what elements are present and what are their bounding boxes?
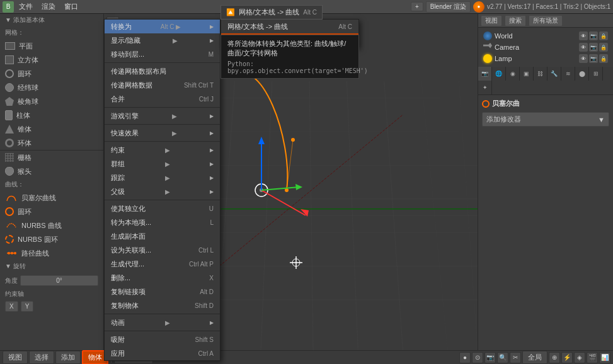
add-modifier-btn[interactable]: 添加修改器 ▼ (482, 112, 609, 127)
sidebar-item-curve-circle[interactable]: 圆环 (0, 205, 103, 219)
lamp-eye-btn[interactable]: 👁 (579, 54, 588, 63)
menu-item-duplicate[interactable]: 复制物体 Shift D (105, 299, 220, 312)
menu-item-make-local[interactable]: 转为本地项... L (105, 215, 220, 229)
menu-item-transfer-data[interactable]: 传递网格数据 Shift Ctrl T (105, 78, 220, 92)
props-tab-object[interactable]: ▣ (520, 67, 534, 81)
sidebar-item-uvsphere[interactable]: 经纬球 (0, 81, 103, 94)
bottom-icon-8[interactable]: ◈ (574, 352, 585, 363)
menu-item-snap[interactable]: 吸附 Shift S (105, 333, 220, 346)
menu-item-delete[interactable]: 删除... X (105, 271, 220, 285)
props-tab-material[interactable]: ⬤ (575, 67, 589, 81)
props-content: 贝塞尔曲 添加修改器 ▼ (478, 95, 613, 350)
world-icon (483, 31, 492, 40)
scene-item-lamp[interactable]: Lamp 👁 📷 🔒 (481, 53, 610, 64)
props-tabs: 📷 🌐 ◉ ▣ ⛓ 🔧 ≋ ⬤ ⊞ ✦ (478, 67, 613, 95)
add-window-btn[interactable]: + (411, 2, 423, 11)
bottom-icon-4[interactable]: 🔍 (497, 352, 508, 363)
sidebar-item-circle[interactable]: 圆环 (0, 67, 103, 81)
world-render-btn[interactable]: 📷 (589, 31, 598, 40)
sidebar-item-torus[interactable]: 环体 (0, 136, 103, 150)
add-basic-title: ▼ 添加基本体 (0, 14, 103, 26)
context-menu: 转换为 Alt C ▶ 显示/隐藏 ▶ 移动到层... M 传递网格数据布局 传… (104, 19, 221, 361)
menu-item-quick-effects[interactable]: 快速效果 ▶ (105, 126, 220, 140)
menu-item-convert[interactable]: 转换为 Alt C ▶ (105, 20, 220, 33)
convert-to-curve[interactable]: 网格/文本线 -> 曲线 Alt C (221, 20, 358, 33)
menu-item-make-single-user[interactable]: 使其独立化 U (105, 202, 220, 215)
camera-render-btn[interactable]: 📷 (589, 43, 598, 52)
bottom-icon-10[interactable]: 📊 (599, 352, 610, 363)
bottom-icon-5[interactable]: ✂ (510, 352, 521, 363)
scene-item-world[interactable]: World 👁 📷 🔒 (481, 30, 610, 42)
sidebar-item-monkey[interactable]: 猴头 (0, 164, 103, 178)
sidebar-item-bezier[interactable]: 贝塞尔曲线 (0, 191, 103, 205)
lamp-lock-btn[interactable]: 🔒 (599, 54, 608, 63)
sidebar-item-icosphere[interactable]: 棱角球 (0, 94, 103, 108)
bottom-icon-3[interactable]: 📷 (484, 352, 496, 363)
menu-separator-1 (105, 62, 220, 63)
sidebar-item-grid[interactable]: 栅格 (0, 151, 103, 164)
bottom-icon-9[interactable]: 🎬 (587, 352, 598, 363)
menu-file[interactable]: 文件 (15, 1, 37, 13)
bottom-global-btn[interactable]: 全局 (522, 351, 547, 364)
bottom-view-btn[interactable]: 视图 (3, 351, 28, 364)
props-tab-constraints[interactable]: ⛓ (534, 67, 547, 81)
view-btn[interactable]: 视图 (481, 15, 502, 26)
bottom-icon-7[interactable]: ⚡ (561, 352, 573, 363)
all-scenes-btn[interactable]: 所有场景 (529, 15, 563, 26)
menu-item-apply[interactable]: 应用 Ctrl A (105, 346, 220, 360)
menu-item-make-links[interactable]: 设为关联项... Ctrl L (105, 243, 220, 257)
curve-data-icon (482, 100, 490, 108)
sidebar-item-cylinder[interactable]: 柱体 (0, 108, 103, 122)
menu-item-move-to-layer[interactable]: 移动到层... M (105, 47, 220, 61)
props-tab-texture[interactable]: ⊞ (589, 67, 603, 81)
axis-x-btn[interactable]: X (5, 301, 18, 312)
bottom-icon-1[interactable]: ● (459, 352, 471, 363)
world-label: World (495, 32, 513, 40)
props-tab-render[interactable]: 📷 (478, 67, 492, 81)
menu-item-parent[interactable]: 父级 ▶ (105, 185, 220, 198)
menu-item-groups[interactable]: 群组 ▶ (105, 157, 220, 171)
bottom-add-btn[interactable]: 添加 (55, 351, 81, 364)
menu-item-transfer-data-layout[interactable]: 传递网格数据布局 (105, 64, 220, 78)
sidebar-item-plane[interactable]: 平面 (0, 39, 103, 53)
angle-input[interactable]: 0° (20, 275, 98, 286)
props-tab-scene[interactable]: 🌐 (492, 67, 506, 81)
sidebar-item-nurbs-circle[interactable]: NURBS 圆环 (0, 232, 103, 246)
sidebar-item-path-curve[interactable]: 路径曲线 (0, 246, 103, 260)
camera-lock-btn[interactable]: 🔒 (599, 43, 608, 52)
camera-eye-btn[interactable]: 👁 (579, 43, 588, 52)
menu-item-make-proxy[interactable]: 生成代理... Ctrl Alt P (105, 257, 220, 271)
cylinder-label: 柱体 (16, 111, 30, 120)
bottom-select-btn[interactable]: 选择 (29, 351, 54, 364)
bottom-icon-2[interactable]: ⊙ (472, 352, 483, 363)
sidebar-item-nurbs-curve[interactable]: NURBS 曲线 (0, 219, 103, 232)
menu-item-track[interactable]: 跟踪 ▶ (105, 171, 220, 185)
menu-item-show-hide[interactable]: 显示/隐藏 ▶ (105, 33, 220, 47)
sidebar-item-cube[interactable]: 立方体 (0, 53, 103, 67)
menu-item-animation[interactable]: 动画 ▶ (105, 316, 220, 329)
menu-item-constraints[interactable]: 约束 ▶ (105, 143, 220, 157)
axis-y-btn[interactable]: Y (21, 301, 34, 312)
menu-item-duplicate-linked[interactable]: 复制链接项 Alt D (105, 285, 220, 299)
lamp-render-btn[interactable]: 📷 (589, 54, 598, 63)
sidebar-item-cone[interactable]: 锥体 (0, 122, 103, 136)
world-lock-btn[interactable]: 🔒 (599, 31, 608, 40)
props-tab-modifiers[interactable]: 🔧 (547, 67, 561, 81)
renderer-select[interactable]: Blender 渲染 (426, 1, 471, 13)
menu-item-merge[interactable]: 合并 Ctrl J (105, 92, 220, 106)
menu-separator-7 (105, 331, 220, 331)
tooltip-title: 将所选物体转换为其他类型: 曲线/触球/曲面/文字转网格 (227, 39, 352, 58)
world-eye-btn[interactable]: 👁 (579, 31, 588, 40)
search-btn[interactable]: 搜索 (505, 15, 526, 26)
menu-window[interactable]: 窗口 (60, 1, 82, 13)
menu-item-duplicate-faces[interactable]: 生成副本面 (105, 229, 220, 243)
menu-item-game-engine[interactable]: 游戏引擎 ▶ (105, 109, 220, 123)
bottom-icon-6[interactable]: ⊕ (549, 352, 560, 363)
props-tab-particles[interactable]: ✦ (478, 81, 492, 94)
props-tab-world[interactable]: ◉ (506, 67, 520, 81)
dropdown-arrow-icon: ▼ (598, 116, 605, 123)
scene-item-camera[interactable]: Camera 👁 📷 🔒 (481, 42, 610, 53)
svg-point-1 (11, 252, 13, 254)
menu-render[interactable]: 渲染 (38, 1, 59, 13)
props-tab-data[interactable]: ≋ (561, 67, 575, 81)
